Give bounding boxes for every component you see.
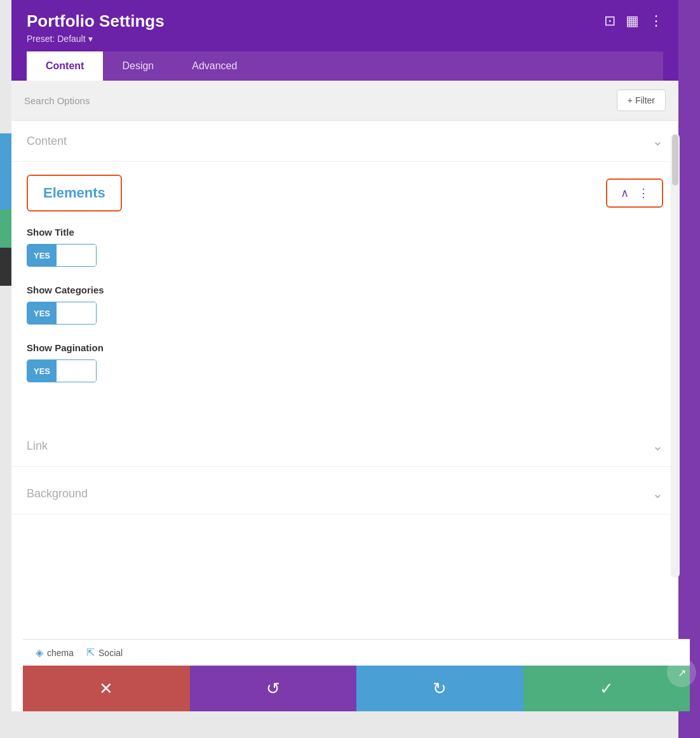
header-top: Portfolio Settings Preset: Default ▾ ⊡ ▦… [27,11,663,44]
elements-label-box: Elements [27,175,122,211]
left-bar-3 [0,210,11,248]
show-title-knob [69,248,84,263]
header-title-group: Portfolio Settings Preset: Default ▾ [27,11,165,44]
show-pagination-toggle[interactable]: YES [27,359,97,382]
bottom-tab-social[interactable]: ⇱ Social [86,647,123,659]
elements-collapse-icon[interactable]: ∧ [621,186,629,200]
background-chevron-icon: ⌄ [652,486,663,501]
elements-label: Elements [43,185,105,201]
search-bar: Search Options + Filter [11,81,678,121]
content-area: Content ⌄ Elements ∧ ⋮ Show Title YES [11,121,678,711]
link-section-title: Link [27,439,48,453]
tab-content[interactable]: Content [27,51,103,81]
redo-button[interactable]: ↻ [356,666,523,711]
show-categories-field: Show Categories YES [27,285,663,325]
undo-button[interactable]: ↺ [190,666,357,711]
content-chevron-icon: ⌄ [652,133,663,149]
content-section-header[interactable]: Content ⌄ [11,121,678,162]
show-categories-yes[interactable]: YES [27,302,57,324]
background-section-header[interactable]: Background ⌄ [11,473,678,514]
show-pagination-yes[interactable]: YES [27,360,57,382]
preset-label: Preset: Default [27,34,86,44]
left-bar-1 [0,133,11,171]
social-label: Social [98,648,123,658]
tab-design[interactable]: Design [103,51,173,81]
left-bars [0,133,11,286]
social-icon: ⇱ [86,647,95,659]
show-title-handle[interactable] [57,245,96,266]
show-title-yes[interactable]: YES [27,245,57,266]
link-chevron-icon: ⌄ [652,438,663,453]
show-pagination-handle[interactable] [57,360,96,382]
panel-header: Portfolio Settings Preset: Default ▾ ⊡ ▦… [11,0,678,81]
show-title-toggle[interactable]: YES [27,244,97,267]
more-icon[interactable]: ⋮ [649,14,663,28]
action-bar: ✕ ↺ ↻ ✓ [23,666,690,711]
left-bar-4 [0,248,11,286]
show-categories-knob [69,305,84,321]
save-button[interactable]: ✓ [523,666,690,711]
bottom-tab-schema[interactable]: ◈ chema [36,647,74,659]
link-section-header[interactable]: Link ⌄ [11,426,678,467]
right-strip [678,0,700,738]
filter-button[interactable]: + Filter [617,90,666,111]
main-panel: Portfolio Settings Preset: Default ▾ ⊡ ▦… [11,0,678,711]
elements-header: Elements ∧ ⋮ [27,175,663,211]
show-categories-label: Show Categories [27,285,663,295]
elements-more-icon[interactable]: ⋮ [638,186,649,200]
header-icons: ⊡ ▦ ⋮ [604,11,663,28]
show-pagination-field: Show Pagination YES [27,342,663,382]
show-categories-handle[interactable] [57,302,96,324]
cancel-button[interactable]: ✕ [23,666,190,711]
elements-section: Elements ∧ ⋮ Show Title YES Sh [11,162,678,426]
elements-controls-box: ∧ ⋮ [606,178,663,208]
background-section-title: Background [27,487,88,500]
show-pagination-label: Show Pagination [27,342,663,353]
show-categories-toggle[interactable]: YES [27,302,97,325]
show-pagination-knob [69,363,84,379]
bottom-tabs-bar: ◈ chema ⇱ Social [23,639,690,666]
search-options-placeholder[interactable]: Search Options [24,95,617,106]
target-icon[interactable]: ⊡ [604,14,616,28]
preset-arrow: ▾ [88,34,93,44]
show-title-label: Show Title [27,227,663,238]
schema-label: chema [47,648,74,658]
show-title-field: Show Title YES [27,227,663,267]
left-bar-2 [0,171,11,210]
content-section-title: Content [27,135,67,148]
columns-icon[interactable]: ▦ [626,14,639,28]
preset-selector[interactable]: Preset: Default ▾ [27,34,165,44]
scrollbar-thumb [672,135,678,185]
nav-circle[interactable]: ↗ [667,658,696,687]
panel-tabs: Content Design Advanced [27,51,663,81]
schema-icon: ◈ [36,647,43,659]
tab-advanced[interactable]: Advanced [173,51,256,81]
panel-title: Portfolio Settings [27,11,165,31]
scrollbar[interactable] [671,133,680,578]
